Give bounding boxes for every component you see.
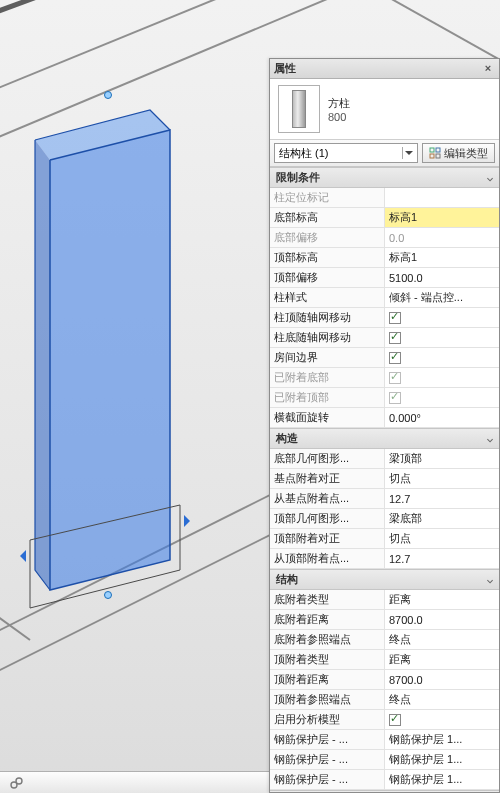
svg-point-3	[105, 92, 112, 99]
property-row[interactable]: 横截面旋转0.000°	[270, 408, 499, 428]
property-value[interactable]: 钢筋保护层 1...	[385, 770, 500, 790]
property-value[interactable]: 距离	[385, 590, 500, 610]
property-row[interactable]: 顶部几何图形...梁底部	[270, 509, 499, 529]
checkbox	[389, 372, 401, 384]
property-value[interactable]: 12.7	[385, 549, 500, 569]
checkbox[interactable]	[389, 714, 401, 726]
property-row[interactable]: 柱定位标记	[270, 188, 499, 208]
property-name: 底附着距离	[270, 610, 385, 630]
property-name: 从顶部附着点...	[270, 549, 385, 569]
expand-icon: ⌵	[487, 433, 493, 444]
property-name: 已附着顶部	[270, 388, 385, 408]
property-value[interactable]: 8700.0	[385, 670, 500, 690]
property-value[interactable]	[385, 308, 500, 328]
property-name: 柱定位标记	[270, 188, 385, 208]
edit-type-button[interactable]: 编辑类型	[422, 143, 495, 163]
property-row[interactable]: 柱底随轴网移动	[270, 328, 499, 348]
property-value[interactable]	[385, 328, 500, 348]
property-name: 顶部偏移	[270, 268, 385, 288]
property-value[interactable]	[385, 348, 500, 368]
property-row[interactable]: 钢筋保护层 - ...钢筋保护层 1...	[270, 750, 499, 770]
properties-panel: 属性 × 方柱 800 结构柱 (1) 编辑类型 限制条件⌵柱定位标记底部标高标…	[269, 58, 500, 793]
expand-icon: ⌵	[487, 574, 493, 585]
property-row[interactable]: 顶附着参照端点终点	[270, 690, 499, 710]
expand-icon: ⌵	[487, 172, 493, 183]
instance-selector[interactable]: 结构柱 (1)	[274, 143, 418, 163]
property-value[interactable]: 钢筋保护层 1...	[385, 750, 500, 770]
property-row[interactable]: 底部标高标高1	[270, 208, 499, 228]
property-row[interactable]: 顶部标高标高1	[270, 248, 499, 268]
property-name: 底部几何图形...	[270, 449, 385, 469]
property-row[interactable]: 柱顶随轴网移动	[270, 308, 499, 328]
chevron-down-icon	[402, 147, 414, 159]
property-row[interactable]: 从顶部附着点...12.7	[270, 549, 499, 569]
property-row[interactable]: 顶附着类型距离	[270, 650, 499, 670]
group-title: 限制条件	[276, 170, 320, 185]
property-row[interactable]: 底附着类型距离	[270, 590, 499, 610]
group-header[interactable]: 构造⌵	[270, 428, 499, 449]
type-selector-row[interactable]: 方柱 800	[270, 79, 499, 140]
property-row[interactable]: 基点附着对正切点	[270, 469, 499, 489]
property-row[interactable]: 顶部偏移5100.0	[270, 268, 499, 288]
property-row[interactable]: 钢筋保护层 - ...钢筋保护层 1...	[270, 770, 499, 790]
properties-list[interactable]: 限制条件⌵柱定位标记底部标高标高1底部偏移0.0顶部标高标高1顶部偏移5100.…	[270, 167, 499, 792]
property-name: 启用分析模型	[270, 710, 385, 730]
checkbox[interactable]	[389, 312, 401, 324]
property-row[interactable]: 顶部附着对正切点	[270, 529, 499, 549]
property-value[interactable]: 距离	[385, 650, 500, 670]
property-value[interactable]: 梁顶部	[385, 449, 500, 469]
property-value[interactable]: 0.000°	[385, 408, 500, 428]
property-name: 顶部标高	[270, 248, 385, 268]
svg-point-8	[16, 778, 22, 784]
property-row[interactable]: 启用分析模型	[270, 710, 499, 730]
property-row[interactable]: 柱样式倾斜 - 端点控...	[270, 288, 499, 308]
property-name: 柱样式	[270, 288, 385, 308]
property-name: 钢筋保护层 - ...	[270, 770, 385, 790]
group-header[interactable]: 限制条件⌵	[270, 167, 499, 188]
edit-type-icon	[429, 147, 441, 159]
property-row[interactable]: 底附着距离8700.0	[270, 610, 499, 630]
group-header[interactable]: 结构⌵	[270, 569, 499, 590]
column-icon	[292, 90, 306, 128]
group-title: 构造	[276, 431, 298, 446]
property-row[interactable]: 房间边界	[270, 348, 499, 368]
svg-point-4	[105, 592, 112, 599]
close-icon[interactable]: ×	[481, 62, 495, 76]
panel-titlebar[interactable]: 属性 ×	[270, 59, 499, 79]
type-name: 方柱	[328, 96, 350, 111]
group-header[interactable]: 尺寸标注⌵	[270, 790, 499, 792]
instance-selector-row: 结构柱 (1) 编辑类型	[270, 140, 499, 167]
property-value[interactable]: 梁底部	[385, 509, 500, 529]
property-value[interactable]	[385, 710, 500, 730]
checkbox[interactable]	[389, 332, 401, 344]
type-size: 800	[328, 111, 350, 123]
property-row[interactable]: 顶附着距离8700.0	[270, 670, 499, 690]
property-name: 顶部附着对正	[270, 529, 385, 549]
property-value[interactable]: 终点	[385, 630, 500, 650]
property-value[interactable]: 标高1	[385, 208, 500, 228]
property-value[interactable]: 12.7	[385, 489, 500, 509]
property-value[interactable]: 钢筋保护层 1...	[385, 730, 500, 750]
checkbox[interactable]	[389, 352, 401, 364]
property-row[interactable]: 钢筋保护层 - ...钢筋保护层 1...	[270, 730, 499, 750]
property-value[interactable]: 终点	[385, 690, 500, 710]
property-row[interactable]: 底附着参照端点终点	[270, 630, 499, 650]
property-value[interactable]: 8700.0	[385, 610, 500, 630]
property-value	[385, 388, 500, 408]
property-value[interactable]: 倾斜 - 端点控...	[385, 288, 500, 308]
property-value[interactable]: 5100.0	[385, 268, 500, 288]
svg-marker-5	[20, 550, 26, 562]
property-value[interactable]: 标高1	[385, 248, 500, 268]
property-row[interactable]: 底部几何图形...梁顶部	[270, 449, 499, 469]
link-icon	[8, 775, 24, 791]
property-value[interactable]: 切点	[385, 529, 500, 549]
property-row[interactable]: 从基点附着点...12.7	[270, 489, 499, 509]
property-row[interactable]: 已附着底部	[270, 368, 499, 388]
property-name: 底附着参照端点	[270, 630, 385, 650]
property-name: 顶附着类型	[270, 650, 385, 670]
svg-rect-10	[436, 148, 440, 152]
property-value[interactable]: 切点	[385, 469, 500, 489]
property-row[interactable]: 底部偏移0.0	[270, 228, 499, 248]
checkbox	[389, 392, 401, 404]
property-row[interactable]: 已附着顶部	[270, 388, 499, 408]
